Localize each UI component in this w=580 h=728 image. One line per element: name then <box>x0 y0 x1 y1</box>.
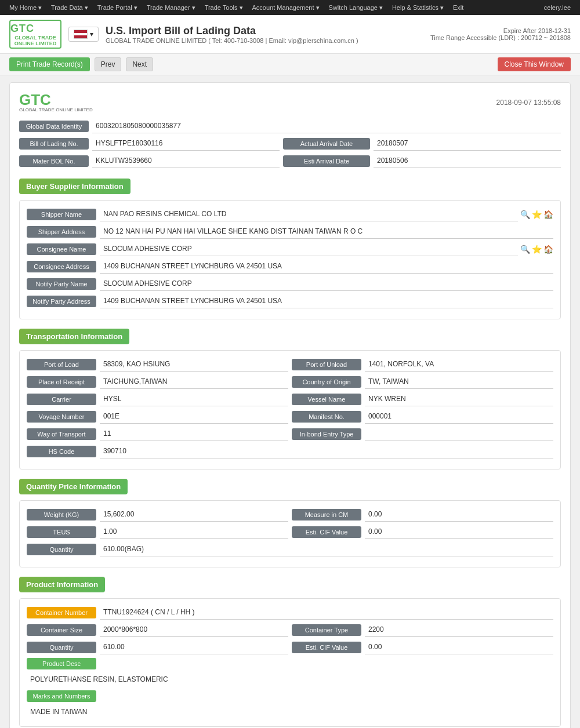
container-number-label: Container Number <box>27 607 96 618</box>
prev-button-top[interactable]: Prev <box>95 57 122 71</box>
nav-trade-tools[interactable]: Trade Tools ▾ <box>200 0 248 15</box>
manifest-no-half: Manifest No. 000001 <box>292 410 553 424</box>
close-button-top[interactable]: Close This Window <box>498 57 571 71</box>
shipper-home-icon[interactable]: 🏠 <box>543 210 553 219</box>
header-subtitle: GLOBAL TRADE ONLINE LIMITED ( Tel: 400-7… <box>106 37 430 44</box>
notify-party-address-row: Notify Party Address 1409 BUCHANAN STREE… <box>27 294 553 308</box>
shipper-search-icon[interactable]: 🔍 <box>520 210 530 219</box>
in-bond-entry-half: In-bond Entry Type <box>292 427 553 441</box>
shipper-star-icon[interactable]: ⭐ <box>532 210 542 219</box>
container-number-row: Container Number TTNU1924624 ( CN / L / … <box>27 606 553 620</box>
notify-party-address-value: 1409 BUCHANAN STREET LYNCHBURG VA 24501 … <box>100 294 553 308</box>
container-type-label: Container Type <box>292 624 361 636</box>
mater-bol-no-label: Mater BOL No. <box>19 155 89 167</box>
nav-switch-language-arrow: ▾ <box>379 4 383 12</box>
consignee-star-icon[interactable]: ⭐ <box>532 245 542 254</box>
place-country-row: Place of Receipt TAICHUNG,TAIWAN Country… <box>27 375 553 389</box>
hs-code-value: 390710 <box>100 445 553 458</box>
in-bond-entry-label: In-bond Entry Type <box>292 428 361 440</box>
container-size-type-row: Container Size 2000*806*800 Container Ty… <box>27 623 553 637</box>
actual-arrival-date-value: 20180507 <box>374 137 561 151</box>
manifest-no-label: Manifest No. <box>292 411 361 423</box>
esti-cif-half: Esti. CIF Value 0.00 <box>292 525 553 539</box>
container-size-half: Container Size 2000*806*800 <box>27 623 288 637</box>
way-of-transport-value: 11 <box>100 427 288 441</box>
us-flag-icon <box>74 30 88 39</box>
consignee-search-icon[interactable]: 🔍 <box>520 245 530 254</box>
nav-account-management-arrow: ▾ <box>316 4 320 12</box>
nav-my-home-arrow: ▾ <box>38 4 42 12</box>
weight-kg-label: Weight (KG) <box>27 509 96 520</box>
way-of-transport-label: Way of Transport <box>27 428 96 440</box>
transportation-header: Transportation Information <box>19 329 129 344</box>
bol-row: Bill of Lading No. HYSLFTPE18030116 Actu… <box>19 137 561 151</box>
product-info-header: Product Information <box>19 577 105 592</box>
vessel-name-half: Vessel Name NYK WREN <box>292 392 553 406</box>
nav-trade-portal[interactable]: Trade Portal ▾ <box>93 0 142 15</box>
nav-trade-manager-label: Trade Manager <box>147 4 190 11</box>
next-button-top[interactable]: Next <box>126 57 153 71</box>
consignee-address-label: Consignee Address <box>27 261 96 272</box>
product-quantity-label: Quantity <box>27 642 96 653</box>
global-data-identity-row: Global Data Identity 6003201805080000035… <box>19 119 561 133</box>
bill-of-lading-no-value: HYSLFTPE18030116 <box>92 137 280 151</box>
nav-trade-tools-arrow: ▾ <box>240 4 243 12</box>
nav-help-statistics[interactable]: Help & Statistics ▾ <box>387 0 448 15</box>
shipper-name-row: Shipper Name NAN PAO RESINS CHEMICAL CO … <box>27 208 553 221</box>
top-navigation: My Home ▾ Trade Data ▾ Trade Portal ▾ Tr… <box>0 0 580 15</box>
port-of-load-half: Port of Load 58309, KAO HSIUNG <box>27 358 288 372</box>
product-desc-label-row: Product Desc <box>27 658 553 669</box>
voyage-manifest-row: Voyage Number 001E Manifest No. 000001 <box>27 410 553 424</box>
global-data-identity-value: 6003201805080000035877 <box>92 119 561 133</box>
company-logo: GTC GLOBAL TRADE ONLINE LIMITED <box>9 20 61 49</box>
consignee-name-label: Consignee Name <box>27 243 96 255</box>
hs-code-row: HS Code 390710 <box>27 445 553 458</box>
header-title-area: U.S. Import Bill of Lading Data GLOBAL T… <box>106 25 430 44</box>
vessel-name-value: NYK WREN <box>365 392 553 406</box>
weight-kg-value: 15,602.00 <box>100 508 288 522</box>
page-header: GTC GLOBAL TRADE ONLINE LIMITED ▾ U.S. I… <box>0 15 580 54</box>
consignee-home-icon[interactable]: 🏠 <box>543 245 553 254</box>
nav-account-management[interactable]: Account Management ▾ <box>248 0 324 15</box>
print-record-button-top[interactable]: Print Trade Record(s) <box>9 57 90 71</box>
shipper-name-with-icons: NAN PAO RESINS CHEMICAL CO LTD 🔍 ⭐ 🏠 <box>100 208 553 221</box>
logo-area: GTC GLOBAL TRADE ONLINE LIMITED <box>9 20 61 49</box>
weight-measure-row: Weight (KG) 15,602.00 Measure in CM 0.00 <box>27 508 553 522</box>
voyage-number-half: Voyage Number 001E <box>27 410 288 424</box>
expire-label: Expire After 2018-12-31 <box>430 27 571 34</box>
page-title: U.S. Import Bill of Lading Data <box>106 25 430 37</box>
nav-my-home-label: My Home <box>9 4 37 11</box>
nav-help-statistics-arrow: ▾ <box>440 4 444 12</box>
product-qty-cif-row: Quantity 610.00 Esti. CIF Value 0.00 <box>27 640 553 654</box>
nav-switch-language[interactable]: Switch Language ▾ <box>324 0 387 15</box>
container-size-value: 2000*806*800 <box>100 623 288 637</box>
mater-bol-row: Mater BOL No. KKLUTW3539660 Esti Arrival… <box>19 154 561 168</box>
shipper-icon-actions: 🔍 ⭐ 🏠 <box>520 210 553 219</box>
nav-trade-data[interactable]: Trade Data ▾ <box>46 0 93 15</box>
teus-cif-row: TEUS 1.00 Esti. CIF Value 0.00 <box>27 525 553 539</box>
nav-exit-label: Exit <box>453 4 463 11</box>
esti-arrival-date-label: Esti Arrival Date <box>283 155 370 167</box>
carrier-vessel-row: Carrier HYSL Vessel Name NYK WREN <box>27 392 553 406</box>
notify-party-name-row: Notify Party Name SLOCUM ADHESIVE CORP <box>27 277 553 291</box>
language-selector[interactable]: ▾ <box>68 27 99 42</box>
teus-label: TEUS <box>27 526 96 538</box>
port-of-load-label: Port of Load <box>27 359 96 370</box>
carrier-label: Carrier <box>27 394 96 405</box>
nav-trade-tools-label: Trade Tools <box>205 4 238 11</box>
nav-trade-manager[interactable]: Trade Manager ▾ <box>142 0 200 15</box>
product-esti-cif-value: 0.00 <box>365 640 553 654</box>
country-of-origin-value: TW, TAIWAN <box>365 375 553 389</box>
nav-exit[interactable]: Exit <box>448 0 468 15</box>
shipper-name-value: NAN PAO RESINS CHEMICAL CO LTD <box>100 208 518 221</box>
marks-numbers-label-row: Marks and Numbers <box>27 690 553 702</box>
consignee-name-with-icons: SLOCUM ADHESIVE CORP 🔍 ⭐ 🏠 <box>100 242 553 256</box>
gto-logo-subtitle: GLOBAL TRADE ONLINE LIMITED <box>19 107 93 112</box>
nav-my-home[interactable]: My Home ▾ <box>5 0 46 15</box>
consignee-name-value: SLOCUM ADHESIVE CORP <box>100 242 518 256</box>
teus-half: TEUS 1.00 <box>27 525 288 539</box>
country-of-origin-label: Country of Origin <box>292 376 361 388</box>
place-of-receipt-half: Place of Receipt TAICHUNG,TAIWAN <box>27 375 288 389</box>
way-of-transport-half: Way of Transport 11 <box>27 427 288 441</box>
top-toolbar: Print Trade Record(s) Prev Next Close Th… <box>0 54 580 75</box>
